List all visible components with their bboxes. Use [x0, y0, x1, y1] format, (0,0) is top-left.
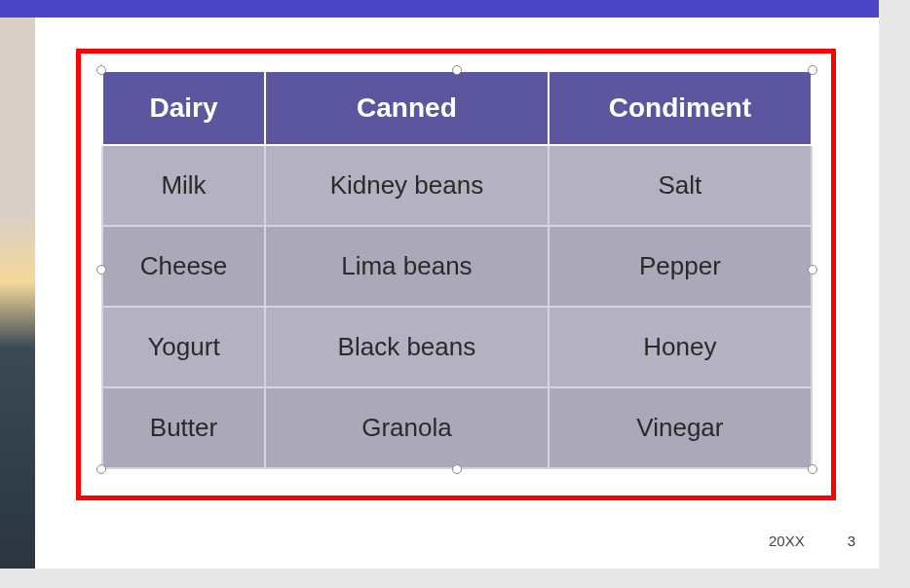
- table-header-row[interactable]: Dairy Canned Condiment: [102, 71, 812, 145]
- table-header-cell[interactable]: Condiment: [549, 71, 812, 145]
- selection-handle-w[interactable]: [96, 265, 106, 275]
- table-row[interactable]: Butter Granola Vinegar: [102, 387, 812, 468]
- table-header-cell[interactable]: Canned: [265, 71, 549, 145]
- footer-date: 20XX: [769, 533, 805, 549]
- selection-handle-s[interactable]: [452, 464, 462, 474]
- selection-handle-n[interactable]: [452, 65, 462, 75]
- selection-handle-nw[interactable]: [96, 65, 106, 75]
- grocery-table[interactable]: Dairy Canned Condiment Milk Kidney beans…: [101, 70, 813, 469]
- table-row[interactable]: Cheese Lima beans Pepper: [102, 226, 812, 307]
- table-cell[interactable]: Cheese: [102, 226, 265, 307]
- table-cell[interactable]: Milk: [102, 145, 265, 226]
- footer-page-number: 3: [848, 533, 855, 549]
- table-cell[interactable]: Vinegar: [549, 387, 812, 468]
- table-cell[interactable]: Granola: [265, 387, 549, 468]
- slide-canvas[interactable]: Dairy Canned Condiment Milk Kidney beans…: [35, 18, 879, 569]
- selection-handle-se[interactable]: [808, 464, 817, 474]
- selection-handle-ne[interactable]: [808, 65, 817, 75]
- table-row[interactable]: Milk Kidney beans Salt: [102, 145, 812, 226]
- ribbon-bar[interactable]: [0, 0, 879, 18]
- table-cell[interactable]: Salt: [549, 145, 812, 226]
- table-cell[interactable]: Pepper: [549, 226, 812, 307]
- table-selection[interactable]: Dairy Canned Condiment Milk Kidney beans…: [101, 70, 813, 469]
- table-cell[interactable]: Butter: [102, 387, 265, 468]
- right-gutter: [879, 0, 910, 569]
- table-cell[interactable]: Black beans: [265, 307, 549, 387]
- slide-footer: 20XX 3: [769, 533, 855, 549]
- table-cell[interactable]: Honey: [549, 307, 812, 387]
- table-cell[interactable]: Lima beans: [265, 226, 549, 307]
- table-cell[interactable]: Kidney beans: [265, 145, 549, 226]
- prev-slide-thumbnail-strip[interactable]: [0, 18, 35, 569]
- selection-handle-sw[interactable]: [96, 464, 106, 474]
- table-header-cell[interactable]: Dairy: [102, 71, 265, 145]
- table-cell[interactable]: Yogurt: [102, 307, 265, 387]
- table-row[interactable]: Yogurt Black beans Honey: [102, 307, 812, 387]
- selection-handle-e[interactable]: [808, 265, 817, 275]
